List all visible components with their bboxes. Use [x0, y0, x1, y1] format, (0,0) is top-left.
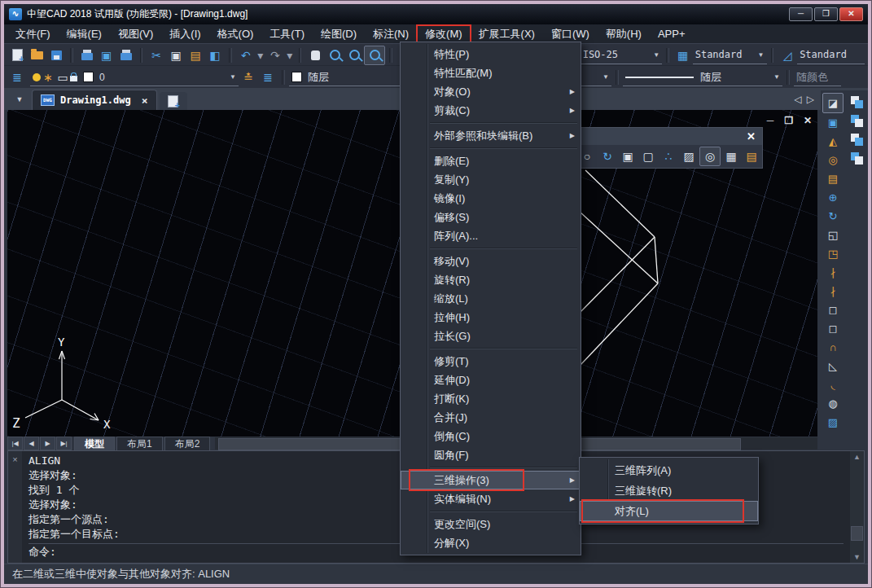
tab-drawing1[interactable]: DWG Drawing1.dwg × — [32, 90, 157, 110]
tab-layout2[interactable]: 布局2 — [164, 437, 211, 450]
menu-item-explode[interactable]: 分解(X) — [401, 533, 581, 552]
mtext-button[interactable] — [742, 147, 761, 165]
copy-object-button[interactable] — [823, 113, 843, 132]
offset-button[interactable] — [823, 151, 843, 169]
title-bar[interactable]: ∿ 中望CAD 2018 试用版 (功能受限) - [Drawing1.dwg]… — [4, 4, 868, 24]
first-tab-icon[interactable]: |◀ — [7, 437, 23, 450]
bring-to-front-button[interactable] — [847, 93, 866, 112]
open-button[interactable] — [27, 46, 46, 64]
make-layer-current-button[interactable] — [239, 68, 258, 86]
table-style-select[interactable]: Standard ▼ — [693, 46, 767, 64]
trim-button[interactable] — [823, 263, 843, 282]
stretch-button[interactable] — [823, 244, 843, 263]
table-button[interactable] — [721, 147, 741, 165]
menu-item-move[interactable]: 移动(V) — [401, 252, 581, 270]
menu-item-properties[interactable]: 特性(P) — [401, 45, 581, 64]
pan-button[interactable] — [305, 46, 325, 64]
send-to-back-button[interactable] — [847, 112, 866, 130]
mleader-style-select[interactable]: Standard — [797, 46, 865, 64]
last-tab-icon[interactable]: ▶| — [56, 437, 72, 450]
explode-button[interactable] — [823, 394, 843, 413]
menu-express-tools[interactable]: 扩展工具(X) — [471, 25, 543, 43]
tab-layout1[interactable]: 布局1 — [116, 437, 163, 450]
floating-draw-toolbar[interactable]: ✕ — [574, 127, 763, 169]
new-button[interactable] — [7, 46, 27, 64]
array-button[interactable] — [823, 169, 843, 188]
menu-item-array[interactable]: 阵列(A)... — [401, 226, 581, 245]
menu-window[interactable]: 窗口(W) — [543, 25, 598, 43]
join-button[interactable] — [823, 338, 843, 357]
tab-model[interactable]: 模型 — [74, 437, 115, 450]
break-button[interactable] — [823, 319, 843, 338]
menu-modify[interactable]: 修改(M) — [417, 25, 471, 43]
point-button[interactable] — [659, 147, 678, 165]
move-button[interactable] — [823, 188, 843, 207]
child-restore-button[interactable]: ❒ — [783, 115, 795, 126]
menu-item-break[interactable]: 打断(K) — [401, 389, 581, 408]
copy-button[interactable] — [166, 46, 186, 64]
scale-button[interactable] — [823, 226, 843, 244]
erase-button[interactable] — [822, 93, 844, 113]
menu-edit[interactable]: 编辑(E) — [59, 25, 110, 43]
menu-draw[interactable]: 绘图(D) — [313, 25, 365, 43]
menu-item-3d-array[interactable]: 三维阵列(A) — [580, 460, 758, 480]
scroll-down-icon[interactable]: ▼ — [853, 551, 861, 563]
menu-item-lengthen[interactable]: 拉长(G) — [401, 327, 581, 345]
next-tab-icon[interactable]: ▶ — [40, 437, 55, 450]
tab-close-icon[interactable]: × — [142, 94, 148, 107]
new-tab-button[interactable] — [160, 92, 187, 110]
dim-style-select[interactable]: ISO-25 ▼ — [581, 46, 662, 64]
menu-item-xref-block-edit[interactable]: 外部参照和块编辑(B)▶ — [401, 126, 581, 145]
menu-item-fillet[interactable]: 圆角(F) — [401, 445, 581, 464]
menu-item-trim[interactable]: 修剪(T) — [401, 352, 581, 371]
zoom-window-button[interactable] — [344, 46, 364, 64]
bring-above-button[interactable] — [847, 130, 866, 149]
print-button[interactable] — [77, 46, 97, 64]
child-minimize-button[interactable]: ─ — [765, 115, 776, 126]
menu-item-copy[interactable]: 复制(Y) — [401, 170, 581, 189]
menu-help[interactable]: 帮助(H) — [598, 25, 650, 43]
redo-dropdown[interactable] — [285, 46, 295, 64]
menu-file[interactable]: 文件(F) — [7, 25, 59, 43]
menu-app-plus[interactable]: APP+ — [650, 26, 694, 42]
restore-button[interactable]: ❒ — [814, 7, 838, 21]
fillet-button[interactable] — [823, 375, 843, 394]
layer-previous-button[interactable] — [258, 68, 278, 86]
undo-button[interactable] — [236, 46, 256, 64]
child-close-button[interactable]: ✕ — [802, 115, 813, 126]
menu-item-change-space[interactable]: 更改空间(S) — [401, 515, 581, 533]
donut-button[interactable] — [699, 147, 721, 166]
mirror-button[interactable] — [823, 132, 843, 151]
layer-select[interactable]: 0 ▼ — [30, 68, 239, 86]
minimize-button[interactable]: ─ — [789, 7, 813, 21]
zoom-realtime-button[interactable] — [325, 46, 344, 64]
menu-dimension[interactable]: 标注(N) — [365, 25, 417, 43]
command-scrollbar[interactable]: ▲ ▼ — [850, 451, 864, 563]
zoom-previous-button[interactable] — [364, 46, 385, 65]
scroll-up-icon[interactable]: ▲ — [853, 451, 861, 463]
menu-item-extend[interactable]: 延伸(D) — [401, 371, 581, 389]
spline-button[interactable] — [598, 147, 617, 165]
print-preview-button[interactable] — [97, 46, 116, 64]
floating-toolbar-close-icon[interactable]: ✕ — [740, 130, 762, 143]
menu-item-align[interactable]: 对齐(L) — [580, 501, 758, 521]
menu-item-clip[interactable]: 剪裁(C)▶ — [401, 101, 581, 120]
lineweight-select[interactable]: 随颜色 — [794, 68, 841, 86]
tab-list-dropdown[interactable]: ▼ — [11, 90, 28, 108]
chamfer-button[interactable] — [823, 357, 843, 375]
linetype-select[interactable]: 随层 ▼ — [623, 68, 782, 86]
hatch-button[interactable] — [679, 147, 699, 165]
menu-item-3d-rotate[interactable]: 三维旋转(R) — [580, 480, 758, 501]
undo-dropdown[interactable] — [256, 46, 265, 64]
send-under-button[interactable] — [847, 149, 866, 168]
insert-block-button[interactable] — [618, 147, 638, 165]
menu-item-rotate[interactable]: 旋转(R) — [401, 270, 581, 289]
floating-toolbar-titlebar[interactable]: ✕ — [575, 128, 762, 145]
menu-item-chamfer[interactable]: 倒角(C) — [401, 427, 581, 445]
menu-item-join[interactable]: 合并(J) — [401, 408, 581, 427]
menu-format[interactable]: 格式(O) — [209, 25, 262, 43]
layer-manager-button[interactable] — [7, 68, 27, 86]
menu-item-scale[interactable]: 缩放(L) — [401, 289, 581, 308]
menu-item-stretch[interactable]: 拉伸(H) — [401, 308, 581, 327]
menu-item-object[interactable]: 对象(O)▶ — [401, 82, 581, 101]
